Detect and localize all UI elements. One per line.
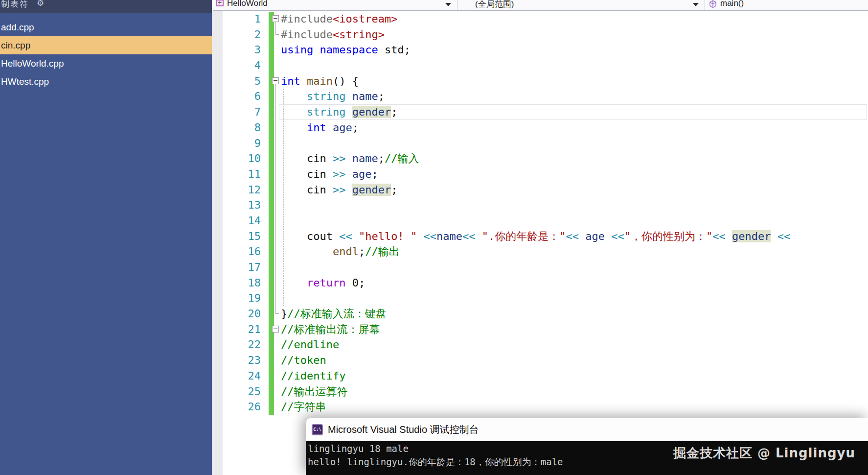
line-number: 16	[212, 244, 261, 260]
debug-console-window: C:\ Microsoft Visual Studio 调试控制台 lingli…	[306, 418, 868, 475]
line-number: 12	[212, 182, 261, 198]
code-line[interactable]: 24//identify	[212, 368, 868, 384]
code-line[interactable]: 7 string gender;	[212, 104, 868, 120]
editor: HelloWorld (全局范围) main() 1#include<iostr…	[212, 0, 868, 475]
navigation-bar: HelloWorld (全局范围) main()	[213, 0, 868, 11]
code-text: cin >> age;	[212, 166, 868, 182]
code-line[interactable]: 14	[212, 213, 868, 229]
chevron-down-icon[interactable]	[693, 3, 699, 6]
code-line[interactable]: 25//输出运算符	[212, 384, 868, 400]
code-line[interactable]: 19	[212, 290, 868, 306]
console-title-bar[interactable]: C:\ Microsoft Visual Studio 调试控制台	[306, 418, 868, 441]
line-number: 19	[212, 290, 261, 306]
line-number: 10	[212, 151, 261, 166]
console-title-text: Microsoft Visual Studio 调试控制台	[328, 423, 479, 436]
line-number: 20	[212, 306, 261, 322]
line-number: 9	[212, 136, 261, 151]
watermark: 掘金技术社区 @ Linglingyu	[673, 447, 855, 460]
line-number: 14	[212, 213, 261, 229]
member-dropdown[interactable]: main()	[705, 0, 868, 10]
sidebar-item-HelloWorld.cpp[interactable]: HelloWorld.cpp	[0, 54, 212, 72]
code-line[interactable]: 26//字符串	[212, 399, 868, 415]
line-number: 22	[212, 337, 261, 353]
code-line[interactable]: 12 cin >> gender;	[212, 182, 868, 198]
code-line[interactable]: 11 cin >> age;	[212, 166, 868, 182]
code-text: //identify	[212, 368, 868, 384]
collapse-icon[interactable]	[272, 15, 279, 22]
line-number: 2	[212, 27, 261, 43]
line-number: 24	[212, 368, 261, 384]
code-line[interactable]: 5int main() {	[212, 73, 868, 89]
console-output[interactable]: linglingyu 18 male hello! linglingyu.你的年…	[306, 441, 868, 475]
code-text: string gender;	[212, 104, 868, 120]
collapse-icon[interactable]	[272, 77, 279, 84]
line-number: 13	[212, 197, 261, 213]
code-line[interactable]: 1#include<iostream>	[212, 11, 868, 27]
line-number: 21	[212, 322, 261, 337]
code-text: endl;//输出	[212, 244, 868, 260]
line-number: 6	[212, 89, 261, 104]
sidebar-header: 制表符 ⚙	[0, 0, 212, 13]
line-number: 15	[212, 229, 261, 244]
line-number: 18	[212, 275, 261, 291]
code-text: cin >> gender;	[212, 182, 868, 198]
line-number: 8	[212, 120, 261, 136]
code-text: int main() {	[212, 73, 868, 89]
code-line[interactable]: 4	[212, 58, 868, 73]
line-number: 26	[212, 399, 261, 415]
code-line[interactable]: 22//endline	[212, 337, 868, 353]
sidebar-item-add.cpp[interactable]: add.cpp	[0, 18, 212, 36]
scope-dropdown-label: (全局范围)	[475, 0, 514, 10]
line-number: 4	[212, 58, 261, 73]
code-line[interactable]: 23//token	[212, 353, 868, 368]
project-dropdown[interactable]: HelloWorld	[213, 0, 457, 10]
code-line[interactable]: 20}//标准输入流：键盘	[212, 306, 868, 322]
console-icon: C:\	[312, 424, 323, 435]
code-text: //endline	[212, 337, 868, 353]
code-text: #include<string>	[212, 27, 868, 43]
code-line[interactable]: 16 endl;//输出	[212, 244, 868, 260]
code-line[interactable]: 13	[212, 197, 868, 213]
code-line[interactable]: 8 int age;	[212, 120, 868, 136]
code-text: //标准输出流：屏幕	[212, 322, 868, 337]
chevron-down-icon[interactable]	[445, 3, 451, 6]
line-number: 25	[212, 384, 261, 400]
line-number: 7	[212, 104, 261, 120]
code-text: cout << "hello! " <<name<< ".你的年龄是："<< a…	[212, 229, 868, 244]
line-number: 17	[212, 260, 261, 275]
code-line[interactable]: 21//标准输出流：屏幕	[212, 322, 868, 337]
line-number: 23	[212, 353, 261, 368]
line-number: 5	[212, 73, 261, 89]
project-dropdown-label: HelloWorld	[227, 0, 268, 8]
code-line[interactable]: 15 cout << "hello! " <<name<< ".你的年龄是："<…	[212, 229, 868, 244]
code-text: //字符串	[212, 399, 868, 415]
sidebar-item-HWtest.cpp[interactable]: HWtest.cpp	[0, 72, 212, 91]
code-line[interactable]: 9	[212, 136, 868, 151]
line-number: 1	[212, 11, 261, 27]
file-list: add.cppcin.cppHelloWorld.cppHWtest.cpp	[0, 18, 212, 91]
code-line[interactable]: 10 cin >> name;//输入	[212, 151, 868, 166]
sidebar-item-cin.cpp[interactable]: cin.cpp	[0, 36, 212, 54]
code-text: using namespace std;	[212, 42, 868, 58]
line-number: 11	[212, 166, 261, 182]
code-text: return 0;	[212, 275, 868, 291]
sidebar: 制表符 ⚙ add.cppcin.cppHelloWorld.cppHWtest…	[0, 0, 212, 475]
code-text: string name;	[212, 89, 868, 104]
vs-window: 制表符 ⚙ add.cppcin.cppHelloWorld.cppHWtest…	[0, 0, 868, 475]
scope-dropdown[interactable]: (全局范围)	[457, 0, 705, 10]
code-line[interactable]: 3using namespace std;	[212, 42, 868, 58]
code-line[interactable]: 17	[212, 260, 868, 275]
code-text: cin >> name;//输入	[212, 151, 868, 166]
collapse-icon[interactable]	[272, 326, 279, 332]
method-cube-icon	[709, 0, 717, 10]
code-text: int age;	[212, 120, 868, 136]
gear-icon[interactable]: ⚙	[37, 0, 44, 8]
code-line[interactable]: 2#include<string>	[212, 27, 868, 43]
code-area[interactable]: 1#include<iostream>2#include<string>3usi…	[212, 11, 868, 415]
code-line[interactable]: 18 return 0;	[212, 275, 868, 291]
line-number: 3	[212, 42, 261, 58]
code-text: }//标准输入流：键盘	[212, 306, 868, 322]
code-line[interactable]: 6 string name;	[212, 89, 868, 104]
member-dropdown-label: main()	[720, 0, 744, 8]
sidebar-header-label: 制表符	[1, 0, 29, 10]
